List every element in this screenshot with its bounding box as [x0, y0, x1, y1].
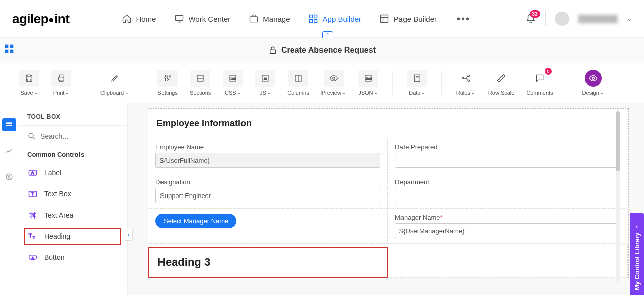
button-icon [28, 252, 38, 262]
nav-app-builder[interactable]: App Builder [306, 11, 364, 27]
tool-button[interactable]: Button [18, 247, 127, 268]
data-button[interactable]: Data⌄ [403, 67, 431, 99]
save-button[interactable]: Save⌄ [15, 67, 43, 99]
user-menu-chevron[interactable]: ⌄ [627, 15, 632, 22]
svg-point-27 [468, 75, 469, 76]
apps-grid-icon[interactable] [4, 44, 14, 54]
json-button[interactable]: JSON JSON⌄ [354, 67, 382, 99]
row-scale-button[interactable]: Row Scale [484, 67, 519, 99]
avatar[interactable] [555, 12, 569, 26]
nav-manage[interactable]: Manage [247, 11, 292, 27]
tool-text-area[interactable]: T Text Area [18, 205, 127, 226]
svg-rect-0 [176, 15, 183, 20]
clipboard-button[interactable]: Clipboard⌄ [96, 67, 133, 99]
svg-rect-30 [6, 122, 12, 124]
field-employee-name[interactable]: Employee Name [148, 138, 388, 173]
svg-rect-31 [6, 125, 12, 126]
sections-button[interactable]: Sections [186, 67, 215, 99]
textbox-icon: T [28, 189, 38, 199]
search-input[interactable] [40, 132, 111, 140]
settings-button[interactable]: Settings [153, 67, 182, 99]
toolbox-search[interactable] [18, 129, 127, 144]
svg-text:T: T [32, 213, 34, 218]
toolbox: TOOL BOX Common Controls A Label T Text … [18, 103, 128, 295]
nav-home-label: Home [136, 15, 156, 23]
svg-rect-3 [314, 15, 317, 18]
field-department[interactable]: Department [387, 173, 627, 209]
nav-items: Home Work Center Manage App Builder Page… [120, 11, 474, 27]
svg-rect-4 [309, 20, 312, 23]
home-icon [122, 14, 132, 24]
tool-heading[interactable]: TT Heading [23, 227, 122, 246]
notifications[interactable]: 33 [525, 13, 536, 24]
title-bar: Create Absence Request [0, 38, 644, 63]
nav-page-builder[interactable]: Page Builder [377, 11, 439, 27]
page-title: Create Absence Request [281, 46, 376, 55]
svg-point-22 [333, 77, 335, 79]
tool-text-box[interactable]: T Text Box [18, 183, 127, 205]
field-date-prepared[interactable]: Date Prepared [387, 138, 627, 173]
scrollbar-thumb[interactable] [616, 111, 620, 171]
heading-icon: TT [28, 231, 38, 241]
svg-text:JSON: JSON [366, 78, 372, 80]
tab-collapse-indicator[interactable]: ⌃ [322, 31, 333, 38]
label-icon: A [28, 168, 38, 178]
svg-rect-12 [59, 77, 64, 80]
svg-text:T: T [33, 235, 35, 240]
logo: agilepint [12, 11, 69, 27]
nav-right: 33 ████████ ⌄ [516, 11, 632, 26]
js-button[interactable]: JS JS⌄ [251, 67, 279, 99]
field-select-manager[interactable]: Select Manager Name [148, 208, 388, 244]
css-icon: CSS [228, 74, 237, 83]
rail-chart-icon[interactable] [2, 144, 16, 157]
comments-button[interactable]: 0 Comments [522, 67, 557, 99]
svg-text:T: T [8, 175, 10, 179]
nav-app-builder-label: App Builder [323, 15, 362, 23]
date-prepared-input[interactable] [395, 153, 620, 168]
rules-icon [461, 73, 471, 83]
employee-name-input[interactable] [155, 153, 380, 168]
svg-rect-25 [415, 75, 420, 82]
design-eye-icon [589, 74, 598, 83]
data-icon [413, 74, 422, 83]
canvas-scrollbar[interactable] [616, 111, 620, 282]
preview-button[interactable]: Preview⌄ [317, 67, 350, 99]
rules-button[interactable]: Rules⌄ [452, 67, 480, 99]
form-canvas: Employee Information Employee Name Date … [148, 108, 629, 278]
nav-divider [516, 11, 516, 26]
form-section-header[interactable]: Employee Information [148, 109, 628, 138]
manager-name-input[interactable] [395, 223, 620, 238]
svg-rect-5 [314, 20, 317, 23]
sections-icon [196, 74, 205, 83]
svg-rect-8 [10, 45, 14, 48]
rail-text-icon[interactable]: T [2, 170, 16, 183]
field-manager-name[interactable]: Manager Name* [387, 208, 627, 244]
print-button[interactable]: Print⌄ [47, 67, 75, 99]
css-button[interactable]: CSS CSS⌄ [219, 67, 247, 99]
design-button[interactable]: Design⌄ [578, 67, 608, 99]
svg-point-28 [468, 80, 469, 81]
columns-button[interactable]: Columns [283, 67, 313, 99]
field-grid: Employee Name Date Prepared Designation … [148, 138, 628, 244]
nav-more[interactable]: ••• [453, 11, 474, 27]
select-manager-button[interactable]: Select Manager Name [155, 214, 236, 228]
svg-point-15 [169, 75, 171, 77]
my-control-library-tab[interactable]: My Control Library ‹ [630, 213, 644, 295]
svg-rect-10 [10, 50, 14, 53]
nav-work-center[interactable]: Work Center [172, 11, 232, 27]
left-rail: T [0, 103, 18, 295]
svg-rect-6 [381, 15, 388, 23]
toolbox-title: TOOL BOX [18, 111, 127, 125]
rail-form-icon[interactable] [2, 118, 16, 131]
svg-rect-2 [309, 15, 312, 18]
tool-label[interactable]: A Label [18, 162, 127, 183]
common-controls-title: Common Controls [18, 144, 127, 162]
chevron-left-icon: ‹ [636, 223, 638, 229]
nav-home[interactable]: Home [120, 11, 158, 27]
designation-input[interactable] [155, 188, 380, 203]
field-designation[interactable]: Designation [148, 173, 388, 209]
empty-drop-cell[interactable] [388, 244, 628, 278]
heading-drop-zone[interactable]: Heading 3 [148, 247, 388, 278]
department-input[interactable] [395, 188, 620, 203]
svg-rect-7 [5, 45, 9, 48]
